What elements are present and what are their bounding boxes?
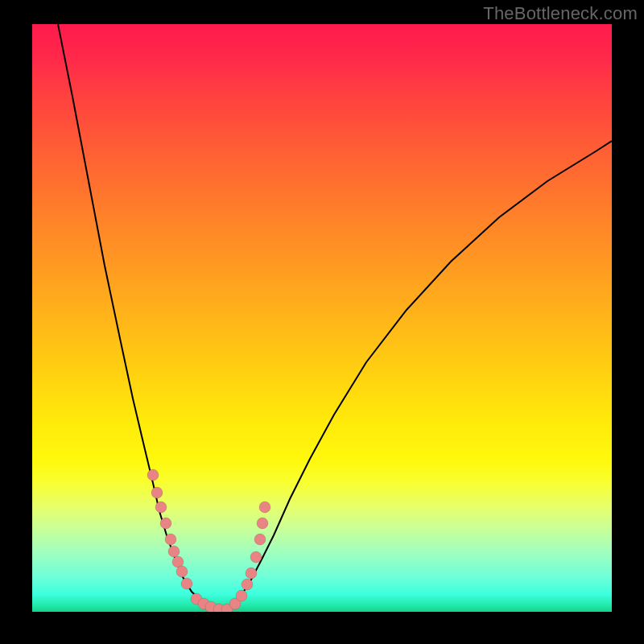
chart-frame: TheBottleneck.com <box>0 0 644 644</box>
data-point <box>151 487 163 498</box>
chart-svg <box>32 24 612 612</box>
data-point <box>176 566 188 577</box>
data-point <box>259 502 270 513</box>
plot-area <box>32 24 612 612</box>
data-point <box>246 568 257 579</box>
data-point <box>168 546 180 557</box>
watermark-text: TheBottleneck.com <box>483 3 638 24</box>
data-point <box>236 590 247 601</box>
data-point <box>155 502 167 513</box>
data-point <box>160 518 171 529</box>
curve-left <box>58 24 221 611</box>
curve-right <box>221 141 612 611</box>
data-point <box>147 469 159 481</box>
data-point <box>257 518 268 529</box>
data-point <box>242 579 253 590</box>
data-point <box>165 534 176 545</box>
data-point <box>250 551 262 563</box>
scatter-dots <box>147 469 270 612</box>
data-point <box>254 534 266 545</box>
data-point <box>181 578 192 589</box>
